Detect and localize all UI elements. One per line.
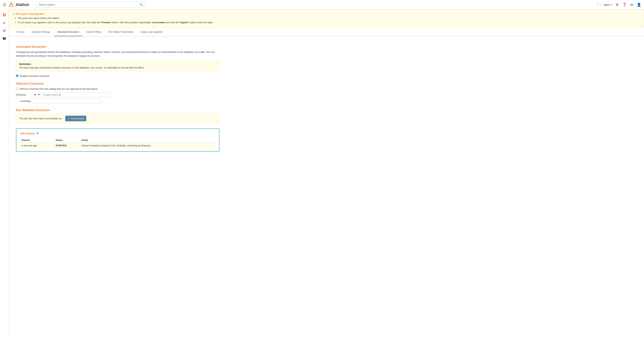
schemas-input[interactable] (42, 92, 111, 97)
job-queued-label: Job Queued (71, 117, 84, 120)
sidebar-item-sources[interactable] (1, 28, 8, 34)
search-bar[interactable]: 🔍 (36, 2, 146, 8)
remove-schemas-checkbox[interactable] (16, 88, 18, 90)
apps-chevron-icon: ▼ (610, 4, 612, 6)
job-history-table: Started Status Detail 1 seconds ago STAR… (20, 138, 216, 148)
refresh-icon[interactable]: ↻ (36, 132, 39, 135)
grid-icon: ⋮⋮ (596, 3, 603, 7)
disable-auto-extraction-label[interactable]: Disable automatic extraction. (20, 74, 50, 78)
run-metadata-extraction-section: Run Metadata Extraction This job has nev… (16, 108, 220, 123)
sidebar-item-conversations[interactable] (1, 36, 8, 42)
excluding-row: ...excluding (16, 98, 220, 104)
main-content: 3. Run Query Log Ingestion This pulls yo… (9, 10, 644, 156)
svg-rect-0 (3, 14, 4, 15)
topnav-right-actions: ⋮⋮ Apps ▼ ⚙ ❓ ✉ 👤 (596, 2, 641, 7)
instruction-bullet2: To run Query Log Ingestion, click on the… (18, 21, 640, 24)
run-info-box: This job has never been successfully run… (16, 114, 220, 123)
search-input[interactable] (39, 3, 140, 6)
svg-rect-5 (3, 31, 6, 31)
run-extraction-heading: Run Metadata Extraction (16, 108, 220, 112)
excluding-input[interactable] (32, 98, 101, 104)
hamburger-menu[interactable]: ☰ (3, 2, 6, 7)
automated-extraction-description: A background job periodically fetches th… (16, 50, 220, 58)
tab-access[interactable]: Access (13, 28, 28, 36)
tabs-bar: Access General Settings Metadata Extract… (9, 28, 644, 36)
apps-button[interactable]: ⋮⋮ Apps ▼ (596, 3, 612, 7)
svg-rect-3 (4, 15, 6, 16)
cell-started: 1 seconds ago (20, 142, 54, 148)
tab-data-profiling[interactable]: Data Profiling (83, 28, 105, 36)
schemas-label: Schemas (16, 93, 30, 96)
instructions-box: 3. Run Query Log Ingestion This pulls yo… (9, 10, 644, 28)
cell-status: STARTED (54, 142, 80, 148)
settings-icon[interactable]: ⚙ (615, 2, 619, 7)
selective-extraction-heading: Selective Extraction (16, 82, 220, 85)
col-status: Status (54, 138, 80, 143)
job-history-title: Job History (20, 132, 35, 135)
svg-rect-1 (4, 14, 6, 15)
remove-schemas-label[interactable]: Remove schemas from the catalog that are… (20, 87, 98, 91)
job-history-header: Job History ↻ (20, 132, 216, 135)
content-area: Automated Extraction A background job pe… (9, 36, 227, 156)
instruction-bullet1: This pulls your query history into Alati… (18, 16, 640, 20)
job-queued-button[interactable]: ✓ Job Queued (65, 116, 86, 121)
apps-label: Apps (604, 3, 609, 6)
svg-rect-2 (3, 15, 4, 16)
warning-text: This task may take substantial compute r… (19, 66, 216, 69)
logo[interactable]: Alation (8, 2, 29, 7)
automated-extraction-heading: Automated Extraction (16, 45, 220, 48)
sidebar-item-compose[interactable] (1, 20, 8, 26)
logo-text: Alation (16, 2, 29, 7)
check-icon: ✓ (68, 117, 70, 120)
help-icon[interactable]: ❓ (622, 2, 626, 7)
tab-general-settings[interactable]: General Settings (28, 28, 54, 36)
never-run-text: This job has never been successfully run… (19, 117, 62, 120)
remove-schemas-row: Remove schemas from the catalog that are… (16, 87, 220, 91)
warning-box: WARNING: This task may take substantial … (16, 60, 220, 71)
step3-link[interactable]: 3. Run Query Log Ingestion (13, 12, 44, 15)
notifications-icon[interactable]: ✉ (630, 2, 634, 7)
tab-metadata-extraction[interactable]: Metadata Extraction (54, 28, 83, 36)
sidebar-item-catalog[interactable] (1, 12, 8, 18)
cell-detail: Started metadata extraction from Teradat… (80, 142, 216, 148)
disable-auto-extraction-row: Disable automatic extraction. (16, 74, 220, 78)
step3-label: 3. Run Query Log Ingestion (13, 12, 640, 15)
tab-query-log-ingestion[interactable]: Query Log Ingestion (137, 28, 166, 36)
table-row: 1 seconds ago STARTED Started metadata e… (20, 142, 216, 148)
warning-title: WARNING: (19, 63, 216, 66)
left-sidebar (0, 10, 9, 156)
svg-rect-6 (3, 32, 5, 32)
disable-auto-extraction-checkbox[interactable] (16, 75, 18, 77)
col-detail: Detail (80, 138, 216, 143)
excluding-label: ...excluding (16, 100, 30, 102)
job-history-section: Job History ↻ Started Status Detail 1 se… (16, 128, 220, 152)
schemas-row: Schemas ▼ (16, 92, 220, 97)
svg-rect-4 (3, 30, 6, 30)
tab-per-object-parameters[interactable]: Per-Object Parameters (105, 28, 137, 36)
search-icon: 🔍 (140, 3, 143, 6)
col-started: Started (20, 138, 54, 143)
top-navigation: ☰ Alation 🔍 ⋮⋮ Apps ▼ ⚙ ❓ ✉ 👤 (0, 0, 644, 10)
user-avatar[interactable]: 👤 (637, 2, 641, 7)
schemas-select[interactable]: ▼ (32, 92, 40, 97)
